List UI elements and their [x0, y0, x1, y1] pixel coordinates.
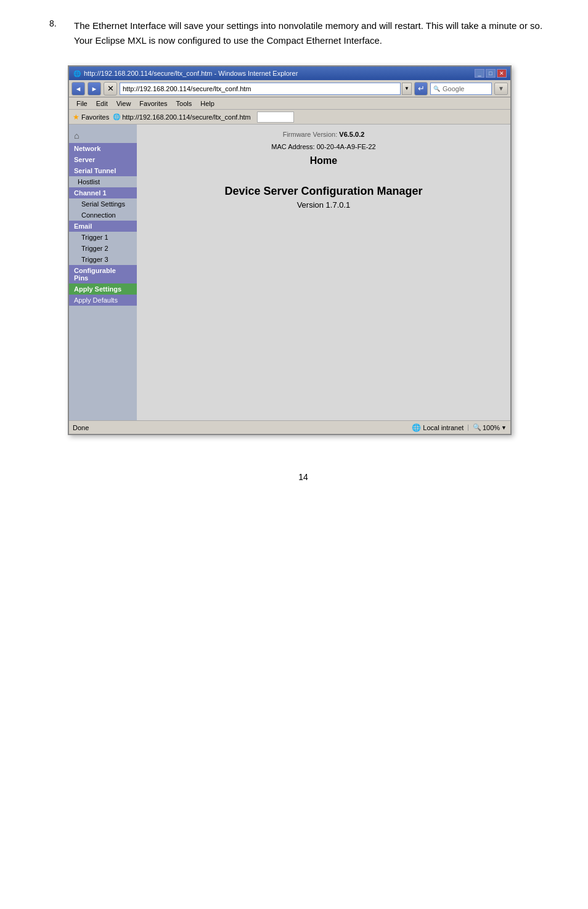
sidebar-item-configurable-pins[interactable]: Configurable Pins: [69, 265, 137, 283]
search-dropdown[interactable]: ▼: [494, 83, 508, 95]
browser-menu-bar: File Edit View Favorites Tools Help: [69, 97, 510, 110]
separator: |: [467, 424, 469, 431]
address-bar-container: ▼: [120, 83, 412, 95]
sidebar-item-hostlist[interactable]: Hostlist: [69, 176, 137, 187]
menu-tools[interactable]: Tools: [173, 99, 196, 108]
firmware-label: Firmware Version:: [283, 131, 338, 138]
sidebar-item-email[interactable]: Email: [69, 221, 137, 232]
go-button[interactable]: ↵: [414, 82, 428, 96]
title-buttons: _ □ ✕: [475, 69, 507, 78]
favorites-link[interactable]: 🌐 http://192.168.200.114/secure/ltx_conf…: [113, 113, 251, 121]
mac-row: MAC Address: 00-20-4A-A9-FE-22: [147, 143, 500, 150]
browser-status-bar: Done 🌐 Local intranet | 🔍 100% ▼: [69, 420, 510, 434]
maximize-button[interactable]: □: [486, 69, 496, 78]
menu-file[interactable]: File: [73, 99, 91, 108]
zoom-text: 100%: [483, 424, 500, 431]
browser-title-text: http://192.168.200.114/secure/ltx_conf.h…: [84, 70, 298, 77]
home-title: Home: [147, 155, 500, 166]
search-icon: 🔍: [433, 86, 440, 92]
zoom-icon: 🔍: [473, 423, 481, 431]
browser-title-bar: 🌐 http://192.168.200.114/secure/ltx_conf…: [69, 67, 510, 80]
sidebar-item-connection[interactable]: Connection: [69, 210, 137, 221]
intranet-text: Local intranet: [423, 424, 463, 431]
sidebar-item-network[interactable]: Network: [69, 143, 137, 154]
back-button[interactable]: ◄: [71, 82, 85, 96]
sidebar-item-serial-tunnel[interactable]: Serial Tunnel: [69, 165, 137, 176]
refresh-button[interactable]: ✕: [104, 82, 117, 96]
sidebar-item-trigger3[interactable]: Trigger 3: [69, 254, 137, 265]
sidebar-item-channel1[interactable]: Channel 1: [69, 187, 137, 198]
instruction-number: 8.: [49, 18, 64, 48]
device-server-version: Version 1.7.0.1: [147, 200, 500, 210]
browser-window: 🌐 http://192.168.200.114/secure/ltx_conf…: [68, 65, 512, 435]
page-number: 14: [49, 472, 557, 482]
sidebar-home-icon[interactable]: ⌂: [69, 128, 137, 143]
device-server-section: Device Server Configuration Manager Vers…: [147, 185, 500, 210]
instruction-text: The Ethernet Interface will save your se…: [74, 18, 557, 48]
search-placeholder-text: Google: [443, 85, 464, 92]
menu-favorites[interactable]: Favorites: [136, 99, 171, 108]
favorites-label-text: Favorites: [81, 113, 109, 121]
sidebar-item-apply-settings[interactable]: Apply Settings: [69, 283, 137, 295]
sidebar-item-trigger1[interactable]: Trigger 1: [69, 232, 137, 243]
status-intranet: 🌐 Local intranet: [412, 423, 463, 432]
firmware-value: V6.5.0.2: [339, 131, 364, 138]
forward-button[interactable]: ►: [88, 82, 101, 96]
favorites-tab-empty: [257, 112, 294, 123]
intranet-icon: 🌐: [412, 423, 421, 432]
main-content-area: Firmware Version: V6.5.0.2 MAC Address: …: [137, 124, 510, 420]
browser-content: ⌂ Network Server Serial Tunnel Hostlist …: [69, 124, 510, 420]
firmware-info: Firmware Version: V6.5.0.2: [147, 131, 500, 138]
favorites-label: ★ Favorites: [73, 113, 109, 121]
mac-value: 00-20-4A-A9-FE-22: [317, 143, 376, 150]
favorites-bar: ★ Favorites 🌐 http://192.168.200.114/sec…: [69, 110, 510, 124]
sidebar-item-serial-settings[interactable]: Serial Settings: [69, 198, 137, 210]
browser-icon: 🌐: [73, 69, 81, 78]
menu-view[interactable]: View: [113, 99, 135, 108]
menu-edit[interactable]: Edit: [92, 99, 112, 108]
menu-help[interactable]: Help: [197, 99, 218, 108]
status-text: Done: [73, 424, 89, 431]
address-dropdown[interactable]: ▼: [402, 83, 412, 95]
favorites-page-icon: 🌐: [113, 113, 120, 120]
zoom-dropdown[interactable]: ▼: [501, 425, 507, 431]
favorites-star-icon: ★: [73, 113, 80, 121]
search-box[interactable]: 🔍 Google: [430, 83, 492, 95]
device-server-title: Device Server Configuration Manager: [147, 185, 500, 198]
sidebar: ⌂ Network Server Serial Tunnel Hostlist …: [69, 124, 137, 420]
close-button[interactable]: ✕: [497, 69, 507, 78]
address-input[interactable]: [120, 83, 401, 95]
sidebar-item-trigger2[interactable]: Trigger 2: [69, 243, 137, 254]
favorites-link-text: http://192.168.200.114/secure/ltx_conf.h…: [122, 113, 251, 121]
status-zoom: 🔍 100% ▼: [473, 423, 507, 431]
minimize-button[interactable]: _: [475, 69, 484, 78]
status-right: 🌐 Local intranet | 🔍 100% ▼: [412, 423, 507, 432]
sidebar-item-apply-defaults[interactable]: Apply Defaults: [69, 295, 137, 306]
browser-nav-bar: ◄ ► ✕ ▼ ↵ 🔍 Google ▼: [69, 80, 510, 97]
mac-label: MAC Address:: [271, 143, 314, 150]
sidebar-item-server[interactable]: Server: [69, 154, 137, 165]
